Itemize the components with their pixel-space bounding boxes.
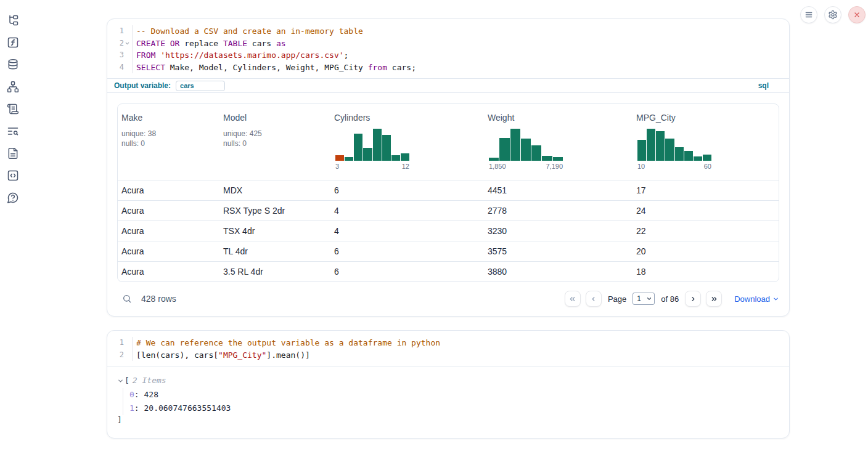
output-variable-input[interactable] (176, 81, 225, 91)
next-page-button[interactable] (685, 291, 701, 307)
histogram-bar (637, 140, 646, 161)
dependency-graph-icon[interactable] (6, 80, 20, 94)
column-header-model[interactable]: Modelunique: 425nulls: 0 (219, 104, 330, 180)
histogram-bar (391, 155, 400, 161)
histogram-bar (531, 145, 541, 161)
histogram-bar (489, 158, 499, 161)
chevron-down-icon (772, 296, 779, 302)
chevrons-left-icon (568, 295, 576, 303)
fold-gutter (124, 62, 131, 74)
code-text: SELECT Make, Model, Cylinders, Weight, M… (132, 62, 416, 74)
documentation-icon[interactable] (6, 147, 20, 160)
close-icon (853, 11, 861, 18)
histogram-bar (373, 129, 382, 161)
histogram-bar (684, 151, 693, 161)
histogram-bar (345, 157, 353, 161)
code-text: -- Download a CSV and create an in-memor… (132, 25, 363, 38)
histogram-axis: 1,8507,190 (489, 163, 563, 170)
close-button[interactable] (848, 6, 866, 23)
table-row[interactable]: AcuraMDX6445117 (118, 180, 779, 200)
output-variable-bar: Output variable: sql (107, 78, 789, 93)
column-header-mpg_city[interactable]: MPG_City1060 (633, 104, 779, 180)
download-label: Download (734, 294, 770, 304)
table-cell: 22 (633, 226, 779, 236)
download-button[interactable]: Download (734, 294, 779, 304)
python-code-editor[interactable]: 1# We can reference the output variable … (107, 331, 789, 366)
tree-entry: 1: 20.060747663551403 (129, 402, 779, 415)
last-page-button[interactable] (706, 291, 722, 307)
histogram-axis: 312 (335, 163, 409, 170)
histogram-bar (521, 139, 531, 161)
close-bracket: ] (117, 415, 779, 424)
column-title: Make (121, 113, 219, 123)
table-cell: Acura (118, 185, 219, 195)
table-footer: 428 rows Page 1 of 86 (117, 282, 779, 308)
settings-button[interactable] (824, 6, 841, 23)
column-header-weight[interactable]: Weight1,8507,190 (484, 104, 633, 180)
column-header-cylinders[interactable]: Cylinders312 (330, 104, 484, 180)
code-text: FROM 'https://datasets.marimo.app/cars.c… (132, 49, 348, 62)
function-square-icon[interactable] (6, 36, 20, 49)
column-stats: unique: 38nulls: 0 (121, 129, 219, 148)
table-cell: 3880 (484, 267, 633, 277)
scratchpad-icon[interactable] (6, 102, 20, 116)
prev-page-button[interactable] (586, 291, 602, 307)
snippets-icon[interactable] (6, 169, 20, 182)
code-line: 1-- Download a CSV and create an in-memo… (112, 25, 789, 38)
fold-gutter (124, 349, 131, 362)
sql-code-editor[interactable]: 1-- Download a CSV and create an in-memo… (107, 19, 789, 78)
table-row[interactable]: AcuraRSX Type S 2dr4277824 (118, 200, 779, 220)
code-line: 1# We can reference the output variable … (112, 337, 789, 349)
help-chat-icon[interactable] (6, 191, 20, 204)
histogram-bar (542, 156, 552, 161)
page-select[interactable]: 1 (633, 293, 655, 305)
fold-chevron-icon[interactable] (125, 41, 130, 46)
table-row[interactable]: AcuraTL 4dr6357520 (118, 241, 779, 261)
language-badge: sql (758, 81, 769, 90)
sql-cell-output: Makeunique: 38nulls: 0Modelunique: 425nu… (107, 93, 789, 308)
histogram-bars (335, 129, 409, 161)
fold-gutter (124, 25, 131, 38)
file-tree-icon[interactable] (6, 14, 20, 27)
table-cell: 24 (633, 206, 779, 216)
line-number: 1 (112, 25, 124, 38)
table-cell: 20 (633, 246, 779, 256)
histogram-bars (489, 129, 563, 161)
column-header-make[interactable]: Makeunique: 38nulls: 0 (118, 104, 219, 180)
code-text: CREATE OR replace TABLE cars as (132, 38, 286, 50)
search-icon[interactable] (122, 294, 132, 304)
histogram-bar (647, 129, 655, 161)
table-cell: Acura (118, 267, 219, 277)
histogram-axis: 1060 (637, 163, 711, 170)
table-cell: RSX Type S 2dr (219, 206, 330, 216)
column-histogram: 1,8507,190 (489, 129, 563, 170)
chevron-right-icon (689, 295, 697, 303)
page-select-value: 1 (637, 294, 641, 303)
page-label: Page (608, 294, 626, 304)
histogram-bar (656, 131, 665, 161)
table-row[interactable]: Acura3.5 RL 4dr6388018 (118, 261, 779, 281)
database-icon[interactable] (6, 58, 20, 71)
first-page-button[interactable] (565, 291, 581, 307)
column-title: Cylinders (334, 113, 484, 123)
sql-cell: 1-- Download a CSV and create an in-memo… (107, 18, 790, 317)
table-body: AcuraMDX6445117AcuraRSX Type S 2dr427782… (118, 180, 779, 281)
table-cell: 4451 (484, 185, 633, 195)
items-count-label: 2 Items (133, 374, 166, 387)
table-cell: 3.5 RL 4dr (219, 267, 330, 277)
fold-gutter (124, 49, 131, 62)
histogram-bar (335, 155, 344, 161)
chevron-down-icon (646, 296, 652, 302)
table-cell: 4 (330, 226, 484, 236)
code-line: 3FROM 'https://datasets.marimo.app/cars.… (112, 49, 789, 62)
histogram-bar (694, 156, 702, 161)
logs-search-icon[interactable] (6, 124, 20, 138)
fold-gutter (124, 38, 131, 50)
table-row[interactable]: AcuraTSX 4dr4323022 (118, 220, 779, 241)
menu-button[interactable] (800, 6, 817, 23)
table-cell: TL 4dr (219, 246, 330, 256)
notebook-actions (800, 6, 866, 23)
table-cell: Acura (118, 206, 219, 216)
column-histogram: 1060 (637, 129, 711, 170)
collapse-chevron-icon[interactable] (117, 378, 125, 384)
